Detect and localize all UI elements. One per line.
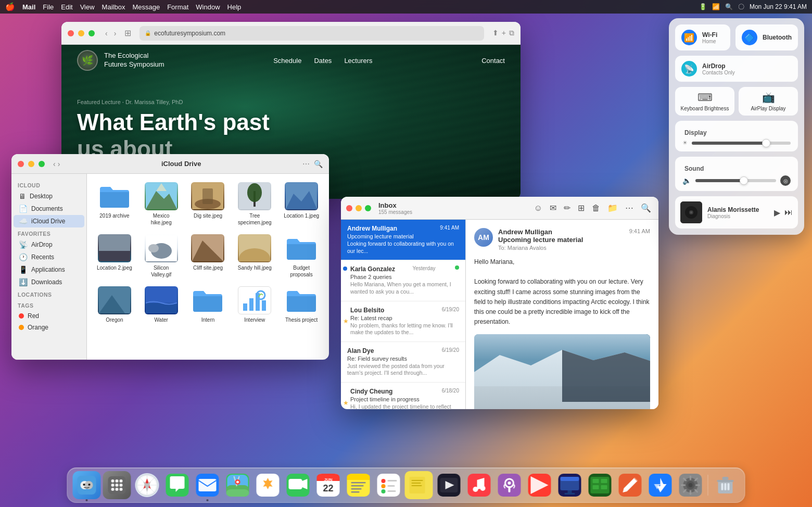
browser-tab-overview-button[interactable]: ⧉ [509, 29, 514, 37]
volume-knob[interactable]: ◎ [780, 175, 791, 186]
mail-action-icon[interactable]: ✉ [548, 201, 559, 215]
mail-folder-icon[interactable]: 📁 [605, 201, 620, 215]
file-item-thesis[interactable]: Thesis project [279, 283, 324, 326]
dock-finder[interactable] [73, 471, 101, 499]
file-item-mexico-hike[interactable]: Mexico hike.jpeg [139, 179, 184, 229]
site-nav-lecturers[interactable]: Lecturers [344, 57, 372, 65]
site-nav-schedule[interactable]: Schedule [273, 57, 301, 65]
file-item-silicon-valley[interactable]: Silicon Valley.gif [139, 231, 184, 281]
browser-close-button[interactable] [68, 30, 74, 36]
sidebar-item-airdrop[interactable]: 📡 AirDrop [14, 238, 84, 251]
dock-podcasts[interactable] [496, 471, 524, 499]
file-item-dig-site[interactable]: Dig site.jpeg [186, 179, 231, 229]
wifi-icon[interactable]: 📶 [712, 3, 720, 10]
file-item-interview[interactable]: Interview [232, 283, 277, 326]
mail-item[interactable]: Andrew Mulligan 9:41 AM Upcoming lecture… [341, 220, 465, 260]
dock-facetime[interactable] [284, 471, 312, 499]
sidebar-tag-orange[interactable]: Orange [14, 322, 84, 333]
apple-menu[interactable]: 🍎 [5, 2, 15, 11]
cc-airdrop-tile[interactable]: 📡 AirDrop Contacts Only [675, 56, 798, 82]
sidebar-tag-red[interactable]: Red [14, 310, 84, 322]
dock-maps[interactable] [224, 471, 252, 499]
play-button[interactable]: ▶ [774, 208, 780, 218]
file-item-tree-specimen[interactable]: Tree specimen.jpeg [232, 179, 277, 229]
dock-trash[interactable] [712, 471, 740, 499]
siri-icon[interactable]: 〇 [738, 3, 744, 11]
next-button[interactable]: ⏭ [784, 208, 793, 217]
mail-item[interactable]: ★ Lou Belsito 6/19/20 Re: Latest recap N… [341, 301, 465, 342]
dock-news[interactable] [526, 471, 554, 499]
dock-system-preferences[interactable] [677, 471, 705, 499]
mail-item[interactable]: Karla Gonzalez Yesterday Phase 2 queries… [341, 260, 465, 301]
menu-help[interactable]: Help [227, 3, 242, 11]
mail-edit-icon[interactable]: ✏ [562, 201, 573, 215]
file-item-oregon[interactable]: Oregon [92, 283, 137, 326]
mail-trash-icon[interactable]: 🗑 [590, 201, 602, 215]
browser-share-button[interactable]: ⬆ [492, 29, 499, 37]
menu-message[interactable]: Message [132, 3, 160, 11]
dock-mail[interactable] [194, 471, 222, 499]
site-nav-contact[interactable]: Contact [481, 57, 505, 65]
sidebar-item-downloads[interactable]: ⬇️ Downloads [14, 276, 84, 288]
dock-launchpad[interactable] [103, 471, 131, 499]
cc-keyboard-brightness-tile[interactable]: ⌨ Keyboard Brightness [675, 87, 734, 116]
sidebar-item-applications[interactable]: 📱 Applications [14, 263, 84, 276]
cc-airplay-display-tile[interactable]: 📺 AirPlay Display [739, 87, 798, 116]
sidebar-item-icloud-drive[interactable]: ☁️ iCloud Drive [14, 215, 84, 227]
finder-close-button[interactable] [18, 161, 24, 167]
sidebar-item-recents[interactable]: 🕐 Recents [14, 251, 84, 263]
file-item-location2[interactable]: Location 2.jpeg [92, 231, 137, 281]
dock-tv[interactable] [435, 471, 463, 499]
mail-maximize-button[interactable] [365, 205, 371, 211]
browser-sidebar-toggle[interactable]: ⊞ [124, 28, 131, 38]
mail-search-icon[interactable]: 🔍 [639, 201, 653, 215]
menu-view[interactable]: View [80, 3, 95, 11]
file-item-location1[interactable]: Location 1.jpeg [279, 179, 324, 229]
cc-bluetooth-tile[interactable]: 🔷 Bluetooth [735, 24, 798, 50]
menu-edit[interactable]: Edit [61, 3, 72, 11]
browser-back-button[interactable]: ‹ [103, 28, 110, 39]
finder-view-toggle[interactable]: ⋯ [302, 160, 310, 168]
battery-icon[interactable]: 🔋 [699, 3, 707, 10]
menu-window[interactable]: Window [196, 3, 220, 11]
cc-wifi-tile[interactable]: 📶 Wi-Fi Home [675, 24, 730, 50]
dock-reminders[interactable] [375, 471, 403, 499]
app-name[interactable]: Mail [22, 3, 35, 11]
mail-item[interactable]: Alan Dye 6/19/20 Re: Field survey result… [341, 342, 465, 383]
mail-more-icon[interactable]: ⋯ [623, 201, 636, 215]
dock-music[interactable] [465, 471, 493, 499]
file-item-2019-archive[interactable]: 2019 archive [92, 179, 137, 229]
menu-mailbox[interactable]: Mailbox [102, 3, 125, 11]
dock-safari[interactable] [133, 471, 161, 499]
mail-minimize-button[interactable] [356, 205, 362, 211]
dock-stickies[interactable] [405, 471, 433, 499]
browser-add-tab-button[interactable]: + [502, 29, 506, 37]
sidebar-item-desktop[interactable]: 🖥 Desktop [14, 190, 84, 202]
file-item-water[interactable]: Water [139, 283, 184, 326]
mail-compose-icon[interactable]: ☺ [532, 201, 544, 215]
file-item-cliff-site[interactable]: Cliff site.jpeg [186, 231, 231, 281]
browser-address-bar[interactable]: 🔒 ecofuturesymposium.com [139, 26, 484, 41]
browser-maximize-button[interactable] [88, 30, 95, 36]
file-item-sandy-hill[interactable]: Sandy hill.jpeg [232, 231, 277, 281]
dock-numbers[interactable] [586, 471, 614, 499]
dock-craft[interactable] [616, 471, 644, 499]
dock-app-store[interactable] [646, 471, 675, 499]
dock-keynote[interactable] [556, 471, 584, 499]
file-item-budget[interactable]: Budget proposals [279, 231, 324, 281]
finder-search-button[interactable]: 🔍 [314, 160, 323, 168]
browser-forward-button[interactable]: › [112, 28, 119, 39]
dock-messages[interactable] [163, 471, 192, 499]
finder-maximize-button[interactable] [39, 161, 45, 167]
menu-file[interactable]: File [43, 3, 54, 11]
finder-minimize-button[interactable] [28, 161, 34, 167]
browser-minimize-button[interactable] [78, 30, 84, 36]
finder-forward-button[interactable]: › [58, 160, 60, 168]
menu-format[interactable]: Format [167, 3, 188, 11]
search-icon[interactable]: 🔍 [725, 3, 733, 10]
mail-item[interactable]: ★ Cindy Cheung 6/18/20 Project timeline … [341, 383, 465, 409]
cc-volume-slider[interactable] [695, 179, 776, 182]
mail-close-button[interactable] [346, 205, 352, 211]
dock-calendar[interactable]: JUN 22 [314, 471, 342, 499]
sidebar-item-documents[interactable]: 📄 Documents [14, 202, 84, 215]
